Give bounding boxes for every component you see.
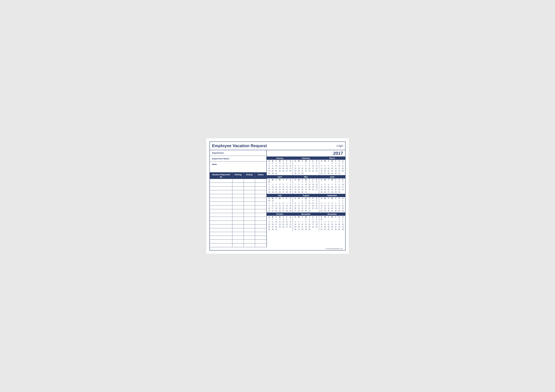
table-cell[interactable]	[255, 194, 266, 198]
calendar-day: 26	[323, 191, 327, 193]
table-cell[interactable]	[232, 232, 244, 236]
table-cell[interactable]	[210, 198, 232, 201]
table-cell[interactable]	[255, 186, 266, 190]
table-cell[interactable]	[255, 240, 266, 243]
table-cell[interactable]	[244, 194, 255, 198]
table-cell[interactable]	[255, 179, 266, 183]
table-cell[interactable]	[210, 232, 232, 236]
table-cell[interactable]	[244, 221, 255, 224]
table-cell[interactable]	[244, 224, 255, 228]
calendar-day: 6	[285, 218, 289, 221]
table-cell[interactable]	[210, 186, 232, 190]
table-cell[interactable]	[232, 243, 244, 247]
table-cell[interactable]	[232, 228, 244, 232]
table-cell[interactable]	[244, 186, 255, 190]
calendar-day: 21	[297, 207, 301, 210]
table-cell[interactable]	[255, 217, 266, 221]
table-cell[interactable]	[244, 217, 255, 221]
table-cell[interactable]	[232, 221, 244, 224]
form-container: Employee Vacation Request Logo Departmen…	[210, 142, 345, 250]
table-cell[interactable]	[232, 209, 244, 213]
calendar-day: 23	[304, 207, 307, 210]
table-cell[interactable]	[244, 190, 255, 194]
calendar-day: 3	[311, 162, 315, 165]
calendar-day: 3	[275, 162, 278, 165]
calendar-day: 10	[341, 183, 345, 186]
table-cell[interactable]	[244, 202, 255, 205]
table-cell[interactable]	[255, 224, 266, 228]
calendar-day: 17	[311, 167, 315, 170]
table-cell[interactable]	[210, 213, 232, 217]
table-cell[interactable]	[210, 209, 232, 213]
table-cell[interactable]	[255, 228, 266, 232]
table-cell[interactable]	[232, 213, 244, 217]
day-header: S	[315, 216, 318, 218]
table-cell[interactable]	[232, 194, 244, 198]
table-cell[interactable]	[244, 243, 255, 247]
table-cell[interactable]	[210, 217, 232, 221]
table-cell[interactable]	[232, 179, 244, 183]
table-cell[interactable]	[210, 179, 232, 183]
table-cell[interactable]	[210, 194, 232, 198]
calendar-day: 16	[271, 223, 274, 226]
table-cell[interactable]	[244, 228, 255, 232]
day-header: T	[334, 216, 337, 218]
calendar-day: 28	[293, 191, 297, 193]
table-cell[interactable]	[255, 202, 266, 205]
table-cell[interactable]	[244, 213, 255, 217]
calendar-grid: SMTWTFS311234567891011121314151617181920…	[319, 216, 345, 231]
table-cell[interactable]	[255, 209, 266, 213]
table-cell[interactable]	[232, 206, 244, 209]
table-cell[interactable]	[210, 190, 232, 194]
table-cell[interactable]	[210, 228, 232, 232]
table-cell[interactable]	[255, 243, 266, 247]
calendar-day: 15	[304, 167, 307, 170]
table-cell[interactable]	[244, 206, 255, 209]
table-cell[interactable]	[210, 236, 232, 239]
calendar-day	[327, 162, 330, 165]
calendar-day: 29	[289, 210, 292, 212]
calendar-march: MarchSMTWTFS1234567891011121314151617181…	[319, 157, 345, 175]
table-cell[interactable]	[255, 221, 266, 224]
table-cell[interactable]	[255, 236, 266, 239]
table-cell[interactable]	[255, 206, 266, 209]
table-cell[interactable]	[210, 221, 232, 224]
calendar-day: 11	[315, 221, 318, 223]
table-cell[interactable]	[244, 236, 255, 239]
day-header: M	[297, 179, 301, 181]
table-cell[interactable]	[255, 183, 266, 186]
calendar-day: 25	[315, 226, 318, 228]
table-cell[interactable]	[244, 179, 255, 183]
calendar-day: 2	[308, 162, 311, 165]
calendar-month-header: May	[293, 175, 319, 178]
table-cell[interactable]	[244, 183, 255, 186]
table-cell[interactable]	[232, 190, 244, 194]
table-cell[interactable]	[244, 198, 255, 201]
day-header: F	[337, 160, 341, 162]
table-cell[interactable]	[232, 217, 244, 221]
table-cell[interactable]	[210, 243, 232, 247]
table-cell[interactable]	[255, 213, 266, 217]
table-cell[interactable]	[210, 240, 232, 243]
table-cell[interactable]	[232, 240, 244, 243]
calendar-day: 20	[297, 170, 301, 172]
table-cell[interactable]	[232, 198, 244, 201]
table-cell[interactable]	[244, 209, 255, 213]
table-cell[interactable]	[244, 240, 255, 243]
table-cell[interactable]	[255, 232, 266, 236]
calendar-day: 4	[320, 183, 323, 186]
table-cell[interactable]	[232, 224, 244, 228]
table-cell[interactable]	[210, 206, 232, 209]
table-cell[interactable]	[244, 232, 255, 236]
calendar-day: 1	[304, 218, 307, 221]
table-cell[interactable]	[210, 202, 232, 205]
table-cell[interactable]	[210, 183, 232, 186]
table-cell[interactable]	[210, 224, 232, 228]
table-cell[interactable]	[232, 202, 244, 205]
table-cell[interactable]	[255, 198, 266, 201]
table-cell[interactable]	[232, 186, 244, 190]
table-cell[interactable]	[232, 236, 244, 239]
day-header: S	[289, 179, 292, 181]
table-cell[interactable]	[232, 183, 244, 186]
table-cell[interactable]	[255, 190, 266, 194]
